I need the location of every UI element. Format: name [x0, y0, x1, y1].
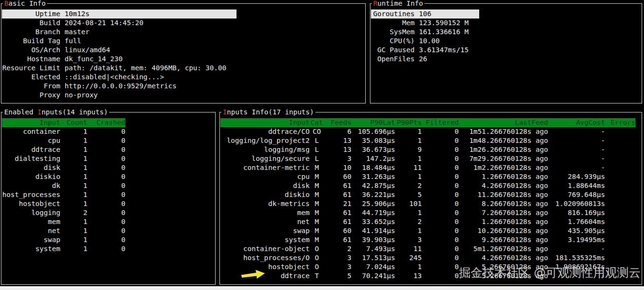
cell-avgcost: 769.648µs: [548, 190, 605, 199]
cell-cat: M: [310, 199, 324, 208]
panel-enabled-inputs: Enabled Inputs(14 inputs) InputCountCras…: [1, 112, 216, 285]
table-row[interactable]: host_processes10: [2, 190, 215, 199]
cell-p90lat: 35.083µs: [351, 136, 395, 145]
cell-avgcost: 435.905µs: [548, 226, 605, 235]
cell-p90lat: 42.875µs: [351, 181, 395, 190]
cell-avgcost: -: [548, 145, 605, 154]
info-label: Proxy: [2, 91, 60, 100]
cell-input: swap: [2, 235, 60, 244]
cell-cat: M: [310, 190, 324, 199]
info-row: OpenFiles26: [371, 55, 642, 64]
cell-input: logging/log_project2: [220, 136, 310, 145]
info-value: 26: [419, 55, 427, 64]
watermark-text: 掘金技术社区 @可观测性用观测云: [459, 266, 641, 280]
info-row: CPU(%)10.00: [371, 37, 642, 46]
cell-feeds: 61: [324, 208, 351, 217]
table-row[interactable]: host_processes/OO317.513µs24504.26676012…: [220, 253, 642, 262]
cell-cat: CO: [310, 127, 324, 136]
cell-errors: [605, 181, 635, 190]
cell-errors: [605, 145, 635, 154]
cell-p90pts: 2: [395, 181, 422, 190]
cell-feeds: 5: [324, 271, 351, 281]
table-row[interactable]: diskio10: [2, 172, 215, 181]
cell-p90pts: 245: [395, 253, 422, 262]
cell-input: net: [2, 226, 60, 235]
cell-p90pts: 3: [395, 235, 422, 244]
cell-input: hostobject: [2, 199, 60, 208]
cell-cat: M: [310, 163, 324, 172]
table-row[interactable]: logging/secureL3147.2µs107m29.266760128s…: [220, 154, 642, 163]
cell-errors: [605, 154, 635, 163]
table-row[interactable]: diskM6142.875µs204.266760128s ago1.88644…: [220, 181, 642, 190]
info-row: SysMem161.336616 M: [371, 28, 642, 37]
column-header: Input: [2, 118, 60, 127]
info-label: SysMem: [371, 28, 415, 37]
cell-filtered: 0: [422, 244, 459, 253]
cell-avgcost: 1.76604ms: [548, 217, 605, 226]
cell-filtered: 0: [422, 262, 459, 271]
panel-enabled-inputs-title: Enabled Inputs(14 inputs): [3, 108, 109, 117]
table-row[interactable]: cpu10: [2, 136, 215, 145]
cell-filtered: 0: [422, 199, 459, 208]
table-row[interactable]: dk-metricsM2125.906µs10108.266760128s ag…: [220, 199, 642, 208]
cell-p90pts: 1: [395, 262, 422, 271]
cell-count: 1: [60, 145, 87, 154]
cell-cat: O: [310, 253, 324, 262]
cell-avgcost: -: [548, 163, 605, 172]
inputs-info-table-header: InputCatFeedsP90LatP90PtsFilteredLastFee…: [220, 118, 635, 127]
table-row[interactable]: systemM6139.903µs309.266760128s ago3.194…: [220, 235, 642, 244]
cell-feeds: 60: [324, 172, 351, 181]
table-row[interactable]: container-metricM1018.484µs1101m2.266760…: [220, 163, 642, 172]
table-row[interactable]: disk10: [2, 163, 215, 172]
info-label: Elected: [2, 73, 60, 82]
table-row[interactable]: logging/log_project2L1335.083µs101m48.26…: [220, 136, 642, 145]
table-row[interactable]: dialtesting10: [2, 154, 215, 163]
cell-input: diskio: [220, 190, 310, 199]
info-value: path: /datakit, mem: 4096MB, cpu: 30.00: [65, 64, 226, 73]
cell-cat: T: [310, 271, 324, 281]
cell-errors: [605, 199, 635, 208]
cell-cat: L: [310, 154, 324, 163]
cell-p90lat: 18.484µs: [351, 163, 395, 172]
table-row[interactable]: logging20: [2, 208, 215, 217]
cell-feeds: 13: [324, 136, 351, 145]
cell-errors: [605, 208, 635, 217]
cell-count: 1: [60, 217, 87, 226]
table-row[interactable]: netM6133.652µs201.266760128s ago1.76604m…: [220, 217, 642, 226]
panel-inputs-info-title: Inputs Info(17 inputs): [221, 108, 315, 117]
cell-cat: O: [310, 262, 324, 271]
table-row[interactable]: swapM6041.914µs1010.266760128s ago435.90…: [220, 226, 642, 235]
table-row[interactable]: net10: [2, 226, 215, 235]
info-row: Branchmaster: [2, 28, 365, 37]
table-row[interactable]: cpuM6031.263µs101.266760128s ago284.939µ…: [220, 172, 642, 181]
panel-inputs-info: Inputs Info(17 inputs) InputCatFeedsP90L…: [219, 112, 642, 285]
cell-filtered: 0: [422, 190, 459, 199]
cell-p90lat: 36.221µs: [351, 190, 395, 199]
table-row[interactable]: ddtrace10: [2, 145, 215, 154]
table-row[interactable]: hostobject10: [2, 199, 215, 208]
cell-cat: M: [310, 226, 324, 235]
cell-cat: M: [310, 181, 324, 190]
table-row[interactable]: ddtrace/COCO6105.696µs101m51.266760128s …: [220, 127, 642, 136]
table-row[interactable]: memM6144.719µs107.266760128s ago816.169µ…: [220, 208, 642, 217]
table-row[interactable]: container10: [2, 127, 215, 136]
cell-p90pts: 11: [395, 244, 422, 253]
cell-cat: M: [310, 208, 324, 217]
table-row[interactable]: system10: [2, 244, 215, 253]
table-row[interactable]: diskioM6136.221µs5011.266760128s ago769.…: [220, 190, 642, 199]
cell-p90pts: 5: [395, 190, 422, 199]
table-row[interactable]: swap10: [2, 235, 215, 244]
cell-crashed: 0: [87, 127, 125, 136]
table-row[interactable]: mem10: [2, 217, 215, 226]
cell-avgcost: 181.535325ms: [548, 253, 605, 262]
table-row[interactable]: logging/msgL1336.673µs901m26.266760128s …: [220, 145, 642, 154]
table-row[interactable]: container-objectO27.493µs1105m1.26676012…: [220, 244, 642, 253]
cell-input: dk: [2, 181, 60, 190]
cell-feeds: 61: [324, 235, 351, 244]
table-row[interactable]: dk10: [2, 181, 215, 190]
cell-feeds: 3: [324, 262, 351, 271]
column-header: LastFeed: [459, 118, 548, 127]
cell-feeds: 61: [324, 181, 351, 190]
cell-crashed: 0: [87, 154, 125, 163]
cell-p90pts: 1: [395, 226, 422, 235]
